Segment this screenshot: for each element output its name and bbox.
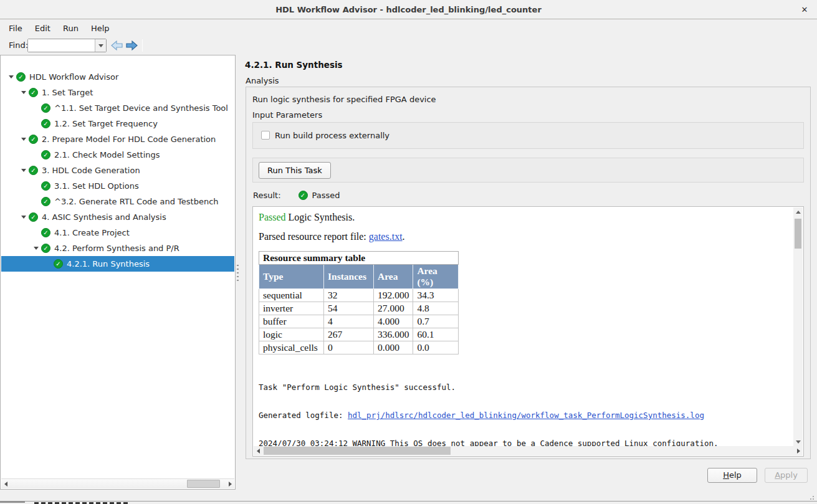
menu-run[interactable]: Run: [62, 22, 80, 34]
task-title: 4.2.1. Run Synthesis: [245, 60, 343, 70]
resize-grip[interactable]: [808, 494, 815, 500]
tree-item[interactable]: ✓^3.2. Generate RTL Code and Testbench: [1, 194, 234, 209]
expander-icon[interactable]: [6, 75, 16, 78]
scroll-left-icon[interactable]: [1, 479, 10, 488]
table-cell: 0.0: [413, 341, 459, 354]
expander-icon[interactable]: [19, 138, 29, 141]
tree-item-label: 4. ASIC Synthesis and Analysis: [42, 212, 166, 222]
logfile-link[interactable]: hdl_prj/hdlsrc/hdlcoder_led_blinking/wor…: [348, 411, 704, 420]
input-parameters-label: Input Parameters: [252, 110, 322, 120]
menu-help[interactable]: Help: [90, 22, 111, 34]
tree-item[interactable]: ✓4.1. Create Project: [1, 225, 234, 240]
resource-summary-table: Resource summary tableTypeInstancesAreaA…: [259, 251, 459, 354]
task-passed-icon: ✓: [16, 72, 26, 82]
table-cell: 27.000: [374, 302, 413, 315]
scroll-left-icon[interactable]: [254, 446, 262, 455]
tree-horizontal-scrollbar[interactable]: [1, 478, 234, 488]
table-header-cell: Area (%): [413, 265, 459, 289]
tree-item[interactable]: ✓2.1. Check Model Settings: [1, 147, 234, 163]
report-vscroll-thumb[interactable]: [795, 219, 801, 249]
menu-bar: File Edit Run Help: [0, 20, 817, 36]
close-icon[interactable]: ✕: [799, 4, 810, 16]
find-dropdown-button[interactable]: [95, 39, 106, 52]
tree-item[interactable]: ✓4.2. Perform Synthesis and P/R: [1, 240, 234, 256]
panel-splitter-handle[interactable]: [237, 265, 239, 281]
apply-button-label: Apply: [765, 468, 807, 482]
find-previous-button[interactable]: [110, 39, 124, 52]
tree-item[interactable]: ✓1. Set Target: [1, 85, 234, 100]
report-vertical-scrollbar[interactable]: [793, 207, 803, 446]
help-button-label: Help: [708, 468, 757, 482]
table-row: sequential32192.00034.3: [259, 289, 459, 302]
table-cell: 54: [324, 302, 374, 315]
result-report-area: Passed Logic Synthesis. Parsed resource …: [252, 206, 804, 457]
table-cell: sequential: [259, 289, 324, 302]
task-passed-icon: ✓: [29, 88, 38, 97]
report-horizontal-scrollbar[interactable]: [254, 446, 803, 455]
expander-icon[interactable]: [19, 169, 29, 172]
task-passed-icon: ✓: [41, 228, 50, 237]
tree-item-label: 4.2.1. Run Synthesis: [67, 259, 150, 269]
table-cell: physical_cells: [259, 341, 324, 354]
tree-item-label: ^1.1. Set Target Device and Synthesis To…: [54, 103, 228, 113]
tree-item[interactable]: ✓1.2. Set Target Frequency: [1, 116, 234, 131]
scroll-right-icon[interactable]: [794, 446, 803, 455]
find-input[interactable]: [28, 39, 95, 52]
menu-edit[interactable]: Edit: [34, 22, 52, 34]
table-header-row: TypeInstancesAreaArea (%): [259, 265, 459, 289]
tree-item-label: 3. HDL Code Generation: [42, 166, 140, 175]
tree-item-label: 2.1. Check Model Settings: [54, 150, 160, 159]
table-row: buffer44.0000.7: [259, 315, 459, 328]
gates-txt-link[interactable]: gates.txt: [369, 231, 403, 242]
find-label: Find:: [9, 40, 28, 50]
report-content: Passed Logic Synthesis. Parsed resource …: [253, 207, 794, 447]
tree-item[interactable]: ✓4. ASIC Synthesis and Analysis: [1, 209, 234, 225]
arrow-right-icon: [127, 41, 137, 50]
tree-item-label: 1.2. Set Target Frequency: [54, 119, 158, 128]
table-cell: 60.1: [413, 328, 459, 341]
find-next-button[interactable]: [125, 39, 138, 52]
expander-icon[interactable]: [31, 247, 41, 250]
workflow-tree-panel: ✓HDL Workflow Advisor✓1. Set Target✓^1.1…: [0, 55, 236, 490]
report-hscroll-thumb[interactable]: [264, 447, 451, 455]
run-externally-checkbox[interactable]: [261, 131, 270, 140]
table-row: physical_cells00.0000.0: [259, 341, 459, 354]
window-title: HDL Workflow Advisor - hdlcoder_led_blin…: [0, 0, 817, 19]
tree-item[interactable]: ✓4.2.1. Run Synthesis: [1, 256, 234, 272]
toolbar-separator: [142, 39, 143, 52]
tree-item[interactable]: ✓3. HDL Code Generation: [1, 163, 234, 178]
expander-icon[interactable]: [19, 216, 29, 219]
table-cell: 0: [324, 341, 374, 354]
find-toolbar: Find:: [0, 36, 817, 55]
tree-item[interactable]: ✓3.1. Set HDL Options: [1, 178, 234, 194]
table-header-cell: Area: [374, 265, 413, 289]
run-externally-label: Run build process externally: [275, 131, 389, 140]
table-cell: 0.000: [374, 341, 413, 354]
result-label: Result:: [253, 191, 281, 200]
scroll-right-icon[interactable]: [226, 479, 234, 488]
table-cell: 4.8: [413, 302, 459, 315]
tree-item[interactable]: ✓2. Prepare Model For HDL Code Generatio…: [1, 131, 234, 147]
table-cell: 192.000: [374, 289, 413, 302]
tree-item[interactable]: ✓^1.1. Set Target Device and Synthesis T…: [1, 100, 234, 116]
expander-icon[interactable]: [19, 91, 29, 94]
help-button[interactable]: Help: [707, 468, 757, 483]
tree-item[interactable]: ✓HDL Workflow Advisor: [1, 69, 234, 85]
scroll-up-icon[interactable]: [793, 207, 803, 216]
tree-hscroll-thumb[interactable]: [187, 480, 220, 488]
apply-button[interactable]: Apply: [765, 468, 808, 483]
tree-item-label: ^3.2. Generate RTL Code and Testbench: [54, 197, 219, 206]
menu-file[interactable]: File: [7, 22, 24, 34]
parsed-prefix: Parsed resource report file:: [259, 231, 369, 242]
input-parameters-box: Run build process externally: [252, 122, 804, 149]
tree-item-label: 4.1. Create Project: [54, 228, 130, 237]
scroll-down-icon[interactable]: [793, 437, 803, 446]
table-cell: 4: [324, 315, 374, 328]
result-passed-icon: ✓: [299, 191, 308, 200]
result-status: Passed: [312, 191, 340, 200]
task-passed-icon: ✓: [29, 166, 38, 175]
table-cell: 4.000: [374, 315, 413, 328]
arrow-left-icon: [112, 41, 122, 50]
run-this-task-button[interactable]: Run This Task: [259, 162, 331, 179]
task-passed-icon: ✓: [41, 181, 50, 191]
